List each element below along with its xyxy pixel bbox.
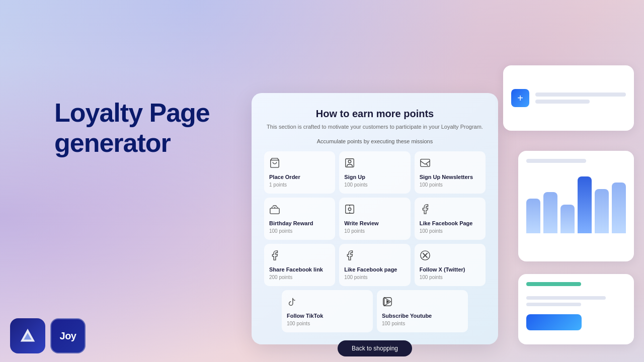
mission-sign-up[interactable]: Sign Up 100 points (339, 151, 410, 194)
missions-grid: Place Order 1 points Sign Up 100 points … (264, 151, 486, 286)
back-to-shopping-button[interactable]: Back to shopping (338, 340, 412, 356)
share-facebook-icon (269, 250, 330, 263)
bottom-bar-lines (526, 296, 626, 306)
joy-logo-text: Joy (60, 330, 76, 342)
mission-tiktok[interactable]: Follow TikTok 100 points (282, 290, 373, 332)
mission-points: 200 points (269, 275, 330, 280)
mission-name: Follow TikTok (287, 313, 368, 319)
mission-points: 100 points (382, 321, 463, 326)
chart-bars-container (526, 170, 626, 235)
svg-rect-5 (270, 208, 279, 214)
chart-bar-6 (612, 183, 626, 233)
facebook-icon (420, 204, 480, 217)
mission-points: 1 points (269, 182, 330, 188)
mission-like-fb-page[interactable]: Like Facebook Page 100 points (415, 198, 486, 240)
bar-line-2 (526, 303, 581, 306)
bar-line-long (535, 93, 626, 97)
svg-point-2 (349, 160, 352, 163)
right-panel-chart (518, 151, 634, 261)
twitter-x-icon (420, 250, 480, 263)
mission-points: 100 points (420, 228, 480, 234)
mission-points: 100 points (420, 275, 480, 280)
plus-button[interactable]: + (511, 89, 529, 107)
like-facebook-icon (344, 250, 405, 263)
mission-name: Birthday Reward (269, 220, 330, 226)
chart-bar-5 (595, 189, 609, 233)
right-panel-top: + (503, 65, 634, 131)
mission-points: 100 points (344, 275, 405, 280)
mission-points: 100 points (269, 228, 330, 234)
mission-like-fb[interactable]: Like Facebook page 100 points (339, 244, 410, 286)
newsletter-icon (420, 157, 480, 171)
mission-place-order[interactable]: Place Order 1 points (264, 151, 335, 194)
bar-line-short (535, 100, 590, 104)
mission-name: Write Review (344, 220, 405, 226)
review-icon (344, 204, 405, 217)
avada-logo (10, 318, 45, 353)
loyalty-card: How to earn more points This section is … (252, 93, 498, 344)
mission-name: Follow X (Twitter) (420, 266, 480, 273)
youtube-icon (382, 296, 463, 310)
chart-bar-1 (526, 199, 540, 233)
birthday-icon (269, 204, 330, 217)
loyalty-card-heading: How to earn more points (264, 108, 486, 120)
chart-title-bar (526, 159, 586, 163)
mission-points: 10 points (344, 228, 405, 234)
mission-review[interactable]: Write Review 10 points (339, 198, 410, 240)
mission-name: Share Facebook link (269, 266, 330, 273)
mission-name: Like Facebook page (344, 266, 405, 273)
svg-rect-3 (420, 159, 429, 166)
mission-name: Place Order (269, 174, 330, 180)
mission-newsletter[interactable]: Sign Up Newsletters 100 points (415, 151, 486, 194)
chart-bar-3 (560, 205, 575, 233)
status-bar (526, 282, 581, 286)
bottom-missions: Follow TikTok 100 points Subscribe Youtu… (282, 290, 468, 332)
mission-points: 100 points (420, 182, 480, 188)
bar-line-1 (526, 296, 606, 300)
chart-bar-2 (543, 192, 557, 233)
bottom-logos: Joy (10, 318, 86, 353)
loyalty-card-subtitle: This section is crafted to motivate your… (264, 123, 486, 131)
bar-lines (535, 93, 626, 104)
svg-point-9 (349, 208, 352, 211)
person-icon (344, 157, 405, 171)
mission-name: Sign Up (344, 174, 405, 180)
page-title-section: Loyalty Page generator (54, 98, 210, 158)
action-button[interactable] (526, 314, 582, 330)
mission-follow-x[interactable]: Follow X (Twitter) 100 points (415, 244, 486, 286)
accumulate-text: Accumulate points by executing these mis… (264, 138, 486, 144)
right-panel-bottom (518, 274, 634, 344)
svg-line-4 (426, 163, 428, 165)
page-title: Loyalty Page generator (54, 98, 210, 158)
mission-share-fb[interactable]: Share Facebook link 200 points (264, 244, 335, 286)
tiktok-icon (287, 296, 368, 310)
mission-name: Sign Up Newsletters (420, 174, 480, 180)
chart-bar-4-highlight (578, 176, 592, 233)
mission-points: 100 points (287, 321, 368, 326)
mission-birthday[interactable]: Birthday Reward 100 points (264, 198, 335, 240)
mission-points: 100 points (344, 182, 405, 188)
mission-name: Subscribe Youtube (382, 313, 463, 319)
mission-youtube[interactable]: Subscribe Youtube 100 points (377, 290, 468, 332)
cart-icon (269, 157, 330, 171)
mission-name: Like Facebook Page (420, 220, 480, 226)
joy-logo: Joy (50, 318, 86, 353)
